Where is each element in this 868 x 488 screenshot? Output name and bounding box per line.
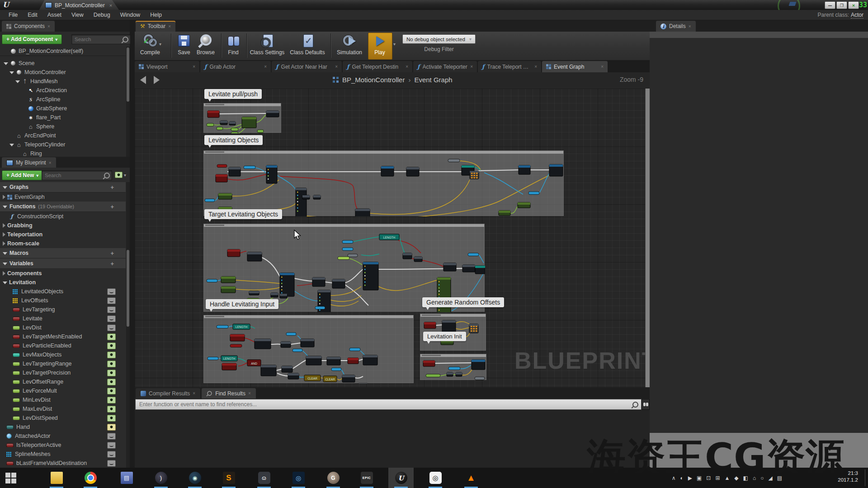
tab-get-teleport-destin[interactable]: ƒGet Teleport Destin×	[343, 61, 412, 72]
close-button[interactable]: ×	[848, 1, 859, 9]
visibility-eye-icon[interactable]	[107, 288, 116, 295]
taskbar-app-explorer[interactable]	[44, 468, 69, 488]
play-button[interactable]: Play	[368, 33, 392, 56]
close-icon[interactable]: ×	[193, 64, 195, 69]
tray-icon[interactable]: ◧	[743, 475, 748, 481]
variable-levtargetprecision[interactable]: LevTargetPrecision	[0, 368, 126, 377]
section-variables[interactable]: Variables+	[0, 258, 126, 269]
breadcrumb-current[interactable]: Event Graph	[414, 76, 452, 84]
visibility-eye-icon[interactable]	[107, 424, 116, 431]
menu-window[interactable]: Window	[115, 10, 145, 19]
tutorial-cap-icon[interactable]	[789, 2, 797, 6]
menu-asset[interactable]: Asset	[42, 10, 66, 19]
components-search-input[interactable]	[74, 36, 123, 42]
tray-icon[interactable]: ∧	[672, 475, 676, 481]
taskbar-app-steam[interactable]: ◉	[182, 468, 208, 488]
find-button[interactable]: Find	[223, 33, 243, 56]
compile-caret[interactable]: ▾	[159, 42, 161, 47]
tab-compiler-results[interactable]: Compiler Results×	[136, 388, 200, 399]
myblueprint-search-input[interactable]	[44, 172, 104, 178]
comment-label-1[interactable]: Levitate pull/push	[204, 89, 262, 99]
taskbar-app-epic[interactable]: EPIC	[354, 468, 379, 488]
category-teleportation[interactable]: Teleportation	[0, 230, 126, 239]
visibility-eye-icon[interactable]	[107, 451, 116, 458]
close-icon[interactable]: ×	[335, 64, 338, 69]
find-in-blueprints-button[interactable]	[642, 399, 650, 410]
add-new-button[interactable]: + Add New▾	[2, 170, 43, 180]
forward-button[interactable]	[154, 76, 160, 84]
menu-view[interactable]: View	[66, 10, 89, 19]
variable-levtargetmeshenabled[interactable]: LevTargetMeshEnabled	[0, 332, 126, 341]
comment-label-2[interactable]: Levitating Objects	[204, 135, 263, 145]
visibility-eye-icon[interactable]	[107, 343, 116, 349]
close-icon[interactable]: ×	[689, 24, 691, 29]
variable-minlevdist[interactable]: MinLevDist	[0, 395, 126, 404]
tray-icon[interactable]: ⌂	[753, 475, 756, 481]
tab-event-graph[interactable]: Event Graph×	[542, 61, 608, 72]
visibility-eye-icon[interactable]	[107, 433, 116, 440]
comment-label-3[interactable]: Target Levitating Objects	[204, 209, 282, 219]
browse-button[interactable]: Browse	[195, 33, 217, 56]
menu-file[interactable]: File	[4, 10, 23, 19]
visibility-eye-icon[interactable]	[107, 397, 116, 404]
close-icon[interactable]: ×	[264, 64, 267, 69]
parent-class-link[interactable]: Actor	[851, 12, 863, 19]
event-graph-canvas[interactable]: BLUEPRINT LENGTHLENGTHLENGTHANDCLEARCLEA…	[135, 89, 650, 387]
taskbar-clock[interactable]: 21:32017.1.2	[838, 470, 858, 483]
components-tree-item[interactable]: ⌂ArcEndPoint	[0, 131, 126, 140]
debug-object-dropdown[interactable]: No debug object selected▾	[402, 34, 476, 44]
tab-components[interactable]: Components×	[2, 21, 55, 32]
visibility-eye-icon[interactable]	[107, 388, 116, 394]
menu-debug[interactable]: Debug	[89, 10, 115, 19]
add-component-button[interactable]: + Add Component▾	[2, 34, 62, 44]
list-item-constructionscript[interactable]: ƒConstructionScript	[0, 212, 126, 221]
visibility-eye-icon[interactable]	[107, 333, 116, 340]
category-grabbing[interactable]: Grabbing	[0, 221, 126, 230]
taskbar-app-unreal[interactable]: U	[388, 468, 414, 488]
variable-levoffsets[interactable]: LevOffsets	[0, 296, 126, 305]
close-icon[interactable]: ×	[534, 64, 537, 69]
tab-find-results[interactable]: Find Results×	[202, 388, 256, 399]
variable-levdistspeed[interactable]: LevDistSpeed	[0, 413, 126, 422]
close-icon[interactable]: ×	[248, 391, 251, 396]
variable-levdist[interactable]: LevDist	[0, 323, 126, 332]
comment-region-6[interactable]	[420, 354, 486, 380]
variable-levparticleenabled[interactable]: LevParticleEnabled	[0, 341, 126, 350]
visibility-eye-icon[interactable]	[107, 324, 116, 331]
breadcrumb-root[interactable]: BP_MotionController	[342, 76, 405, 84]
tab-my-blueprint[interactable]: My Blueprint×	[2, 157, 56, 168]
components-tree-item[interactable]: ᛏHandMesh	[0, 77, 126, 86]
section-graphs[interactable]: Graphs+	[0, 182, 126, 192]
visibility-filter-button[interactable]: ▾	[115, 172, 126, 178]
save-button[interactable]: Save	[174, 33, 194, 56]
find-references-bar[interactable]	[135, 399, 642, 410]
visibility-eye-icon[interactable]	[107, 415, 116, 422]
tab-toolbar[interactable]: ⚒ Toolbar×	[136, 21, 175, 32]
variable-maxlevdist[interactable]: MaxLevDist	[0, 404, 126, 413]
variable-levforcemult[interactable]: LevForceMult	[0, 386, 126, 395]
minimize-button[interactable]: —	[825, 1, 835, 9]
visibility-eye-icon[interactable]	[107, 406, 116, 413]
variable-blastframevaliddestination[interactable]: bLastFrameValidDestination	[0, 459, 126, 468]
comment-label-6[interactable]: Levitation Init	[423, 332, 466, 341]
tab-activate-teleporter[interactable]: ƒActivate Teleporter×	[413, 61, 477, 72]
variable-levitate[interactable]: Levitate	[0, 314, 126, 323]
tab-grab-actor[interactable]: ƒGrab Actor×	[200, 61, 271, 72]
variable-hand[interactable]: Hand	[0, 422, 126, 432]
visibility-eye-icon[interactable]	[107, 297, 116, 304]
find-references-input[interactable]	[138, 401, 632, 408]
tray-icon[interactable]: ▶	[688, 475, 692, 481]
variable-levoffsetrange[interactable]: LevOffsetRange	[0, 377, 126, 386]
close-icon[interactable]: ×	[49, 160, 52, 165]
tray-icon[interactable]: ▤	[777, 475, 782, 481]
add-variables-button[interactable]: +	[110, 260, 114, 267]
asset-window-tab[interactable]: BP_MotionController ×	[39, 0, 119, 10]
comment-label-4[interactable]: Handle Levitating Input	[206, 299, 278, 309]
close-icon[interactable]: ×	[470, 64, 473, 69]
visibility-eye-icon[interactable]	[107, 442, 116, 449]
components-tree-item[interactable]: ∗flare_Part	[0, 113, 126, 122]
variable-levtargetingrange[interactable]: LevTargetingRange	[0, 359, 126, 368]
close-icon[interactable]: ×	[193, 391, 195, 396]
close-icon[interactable]: ×	[168, 24, 171, 29]
visibility-eye-icon[interactable]	[107, 370, 116, 376]
